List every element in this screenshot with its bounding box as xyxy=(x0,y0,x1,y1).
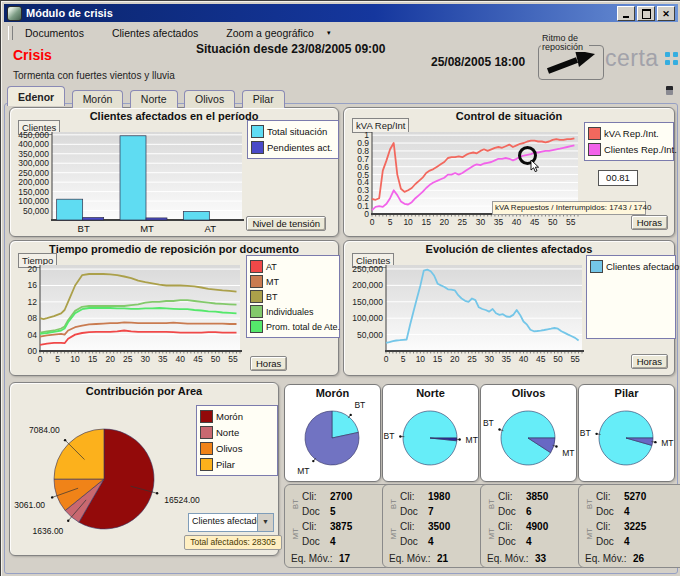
doc-label: Doc xyxy=(498,535,526,548)
legend-item: Olivos xyxy=(200,442,274,455)
svg-text:50: 50 xyxy=(548,217,558,227)
menu-dropdown-caret-icon[interactable]: ▾ xyxy=(327,29,331,37)
ritmo-reposicion-label: Ritmo de reposición xyxy=(541,34,589,52)
svg-text:45: 45 xyxy=(193,354,203,364)
svg-text:15: 15 xyxy=(421,217,431,227)
chart-legend: MorónNorteOlivosPilar xyxy=(196,405,278,476)
area-pie-panel-pilar: Pilar BTMT xyxy=(578,384,675,482)
doc-value: 5 xyxy=(330,505,386,518)
bar-chart-clientes-afectados[interactable]: 50,000100,000150,000200,000250,000300,00… xyxy=(12,126,246,236)
maximize-button[interactable] xyxy=(637,6,655,21)
svg-text:35: 35 xyxy=(494,217,504,227)
close-button[interactable]: ✕ xyxy=(657,6,675,21)
pie-metric-dropdown[interactable]: Clientes afectados ▼ xyxy=(188,513,274,532)
eq-movil-value: 33 xyxy=(535,552,582,565)
cursor-value-tooltip: 00.81 xyxy=(598,170,638,186)
svg-text:35: 35 xyxy=(158,354,168,364)
doc-value: 4 xyxy=(526,535,582,548)
svg-text:15: 15 xyxy=(88,354,98,364)
bt-stat-group: BT Cli:1980 Doc7 xyxy=(389,489,484,519)
chart-legend: Total situaciónPendientes act. xyxy=(247,120,339,159)
doc-value: 4 xyxy=(428,535,484,548)
eq-movil-label: Eq. Móv.: xyxy=(291,552,339,565)
mt-group-label: MT xyxy=(291,528,300,540)
svg-text:5: 5 xyxy=(401,354,406,364)
minimize-button[interactable] xyxy=(617,6,635,21)
panel-contribucion-por-area: Contribución por Area 16524.001636.00306… xyxy=(9,382,279,556)
svg-text:50,000: 50,000 xyxy=(23,206,49,216)
svg-text:5: 5 xyxy=(388,217,393,227)
menu-clientes-afectados[interactable]: Clientes afectados xyxy=(105,25,205,41)
cli-label: Cli: xyxy=(302,520,330,533)
pie-chart-norte[interactable]: BTMT xyxy=(383,400,478,478)
svg-text:04: 04 xyxy=(28,330,38,340)
bt-group-label: BT xyxy=(389,499,398,509)
panel-title: Tiempo promedio de reposición por docume… xyxy=(10,243,338,255)
legend-swatch xyxy=(251,125,264,138)
svg-text:300,000: 300,000 xyxy=(18,158,49,168)
legend-swatch xyxy=(200,458,213,471)
line-chart-tiempo-promedio[interactable]: 0004081216200510152025303540455055 xyxy=(12,257,246,373)
line-chart-control-situacion[interactable]: 00.10.20.30.40.50.60.70.80.9105101520253… xyxy=(346,124,584,236)
legend-label: MT xyxy=(266,277,279,287)
toolbar-grip-handle[interactable] xyxy=(8,26,13,40)
svg-text:40: 40 xyxy=(512,217,522,227)
doc-value: 4 xyxy=(330,535,386,548)
svg-text:55: 55 xyxy=(228,354,238,364)
svg-text:MT: MT xyxy=(661,438,673,448)
svg-text:BT: BT xyxy=(483,418,494,428)
bt-stat-group: BT Cli:3850 Doc6 xyxy=(487,489,582,519)
tab-edenor[interactable]: Edenor xyxy=(7,86,65,106)
chart-legend: Clientes afectados xyxy=(586,255,676,339)
svg-text:MT: MT xyxy=(140,223,154,234)
tab-norte[interactable]: Norte xyxy=(130,90,178,108)
svg-text:55: 55 xyxy=(566,217,576,227)
horas-button[interactable]: Horas xyxy=(631,215,668,230)
pie-chart-olivos[interactable]: BTMT xyxy=(481,400,576,478)
maximize-icon xyxy=(642,9,651,19)
cli-value: 1980 xyxy=(428,490,484,503)
cli-label: Cli: xyxy=(596,520,624,533)
legend-item: BT xyxy=(250,290,336,303)
tab-moron[interactable]: Morón xyxy=(72,90,124,108)
legend-swatch xyxy=(250,260,263,273)
horas-button[interactable]: Horas xyxy=(250,356,287,371)
svg-text:16: 16 xyxy=(28,280,38,290)
dropdown-arrow-icon[interactable]: ▼ xyxy=(257,514,273,531)
tab-olivos[interactable]: Olivos xyxy=(184,90,235,108)
eq-movil-label: Eq. Móv.: xyxy=(585,552,633,565)
pie-chart-moron[interactable]: BTMT xyxy=(285,400,380,478)
menu-documentos[interactable]: Documentos xyxy=(18,25,91,41)
horas-button[interactable]: Horas xyxy=(631,354,668,369)
svg-text:10: 10 xyxy=(403,217,413,227)
cli-value: 3875 xyxy=(330,520,386,533)
legend-item: Pilar xyxy=(200,458,274,471)
tab-strip-pin-icon[interactable] xyxy=(666,86,673,95)
bt-group-label: BT xyxy=(487,499,496,509)
certa-logo-dots-icon xyxy=(665,52,678,65)
cli-label: Cli: xyxy=(400,520,428,533)
legend-label: Clientes Rep./Int. xyxy=(604,144,677,155)
line-chart-evolucion-clientes[interactable]: 50,000100,000150,000200,000250,000051015… xyxy=(344,257,586,373)
legend-item: Pendientes act. xyxy=(251,141,335,154)
tab-pilar[interactable]: Pilar xyxy=(242,90,285,108)
svg-text:250,000: 250,000 xyxy=(352,264,383,274)
mt-group-label: MT xyxy=(487,528,496,540)
mt-stat-group: MT Cli:3225 Doc4 xyxy=(585,519,680,549)
cli-label: Cli: xyxy=(498,490,526,503)
svg-text:150,000: 150,000 xyxy=(352,297,383,307)
menu-zoom-geografico[interactable]: Zoom a geográfico xyxy=(219,25,321,41)
panel-clientes-afectados-periodo: Clientes afectados en el período Cliente… xyxy=(9,107,339,237)
legend-item: Total situación xyxy=(251,125,335,138)
svg-text:1: 1 xyxy=(364,130,369,140)
legend-swatch xyxy=(588,143,601,156)
legend-label: Morón xyxy=(216,411,243,422)
svg-text:20: 20 xyxy=(450,354,460,364)
pie-chart-contribucion[interactable]: 16524.001636.003061.007084.00 xyxy=(12,399,208,551)
nivel-de-tension-button[interactable]: Nivel de tensión xyxy=(246,216,326,231)
legend-label: Olivos xyxy=(216,443,242,454)
certa-logo: certa xyxy=(605,45,659,72)
legend-label: Individuales xyxy=(266,307,314,317)
cli-value: 2700 xyxy=(330,490,386,503)
pie-chart-pilar[interactable]: BTMT xyxy=(579,400,674,478)
